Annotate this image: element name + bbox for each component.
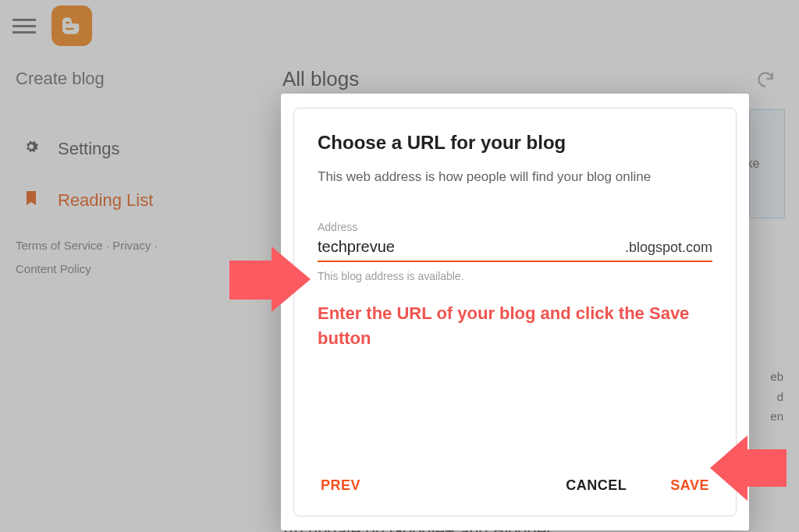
address-field-row: .blogspot.com (318, 236, 712, 262)
modal-subtitle: This web address is how people will find… (318, 169, 712, 185)
address-suffix: .blogspot.com (625, 239, 712, 256)
address-label: Address (318, 221, 712, 233)
cancel-button[interactable]: CANCEL (563, 471, 630, 500)
modal-card: Choose a URL for your blog This web addr… (293, 108, 737, 516)
save-button[interactable]: SAVE (667, 471, 712, 500)
address-input[interactable] (318, 236, 625, 257)
prev-button[interactable]: PREV (318, 471, 364, 500)
create-blog-modal: Choose a URL for your blog This web addr… (281, 94, 749, 530)
availability-message: This blog address is available. (318, 270, 712, 282)
modal-buttons: PREV CANCEL SAVE (318, 459, 712, 500)
tutorial-annotation: Enter the URL of your blog and click the… (318, 301, 712, 351)
modal-title: Choose a URL for your blog (318, 132, 712, 154)
